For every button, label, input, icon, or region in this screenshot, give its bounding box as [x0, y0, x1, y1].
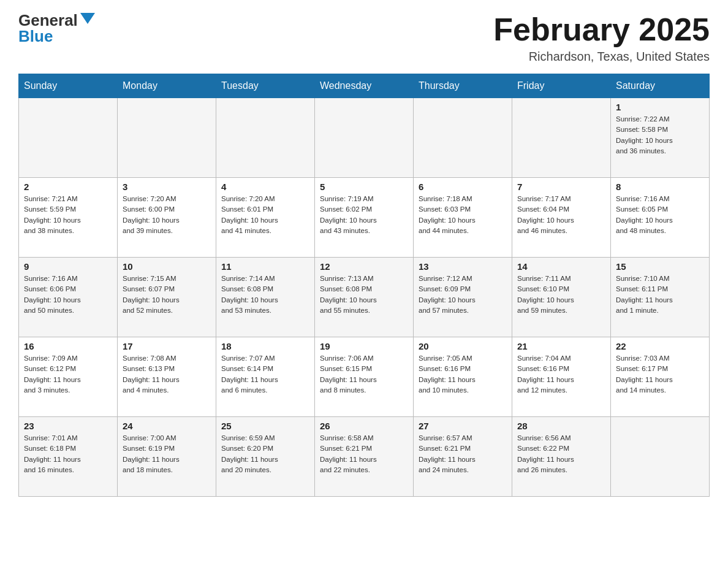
day-info: Sunrise: 7:21 AM Sunset: 5:59 PM Dayligh…	[24, 194, 112, 236]
day-info: Sunrise: 7:13 AM Sunset: 6:08 PM Dayligh…	[320, 274, 408, 316]
day-number: 16	[24, 341, 112, 351]
day-info: Sunrise: 7:03 AM Sunset: 6:17 PM Dayligh…	[616, 353, 704, 396]
day-number: 5	[320, 182, 408, 192]
logo: General Blue	[18, 12, 95, 44]
day-info: Sunrise: 6:58 AM Sunset: 6:21 PM Dayligh…	[320, 433, 408, 475]
calendar-cell: 23Sunrise: 7:01 AM Sunset: 6:18 PM Dayli…	[19, 417, 118, 497]
calendar-cell: 19Sunrise: 7:06 AM Sunset: 6:15 PM Dayli…	[315, 337, 414, 417]
day-number: 24	[123, 421, 211, 431]
calendar-cell: 3Sunrise: 7:20 AM Sunset: 6:00 PM Daylig…	[118, 178, 216, 258]
day-number: 27	[419, 421, 507, 431]
day-number: 4	[221, 182, 309, 192]
calendar-week-row: 9Sunrise: 7:16 AM Sunset: 6:06 PM Daylig…	[19, 258, 710, 337]
day-number: 6	[419, 182, 507, 192]
calendar-week-row: 16Sunrise: 7:09 AM Sunset: 6:12 PM Dayli…	[19, 337, 710, 417]
day-number: 25	[221, 421, 309, 431]
day-info: Sunrise: 7:06 AM Sunset: 6:15 PM Dayligh…	[320, 353, 408, 396]
logo-triangle-icon	[80, 13, 95, 24]
calendar-cell: 8Sunrise: 7:16 AM Sunset: 6:05 PM Daylig…	[611, 178, 710, 258]
calendar-cell	[414, 98, 512, 178]
day-number: 23	[24, 421, 112, 431]
calendar-week-row: 2Sunrise: 7:21 AM Sunset: 5:59 PM Daylig…	[19, 178, 710, 258]
day-number: 26	[320, 421, 408, 431]
day-info: Sunrise: 7:20 AM Sunset: 6:00 PM Dayligh…	[123, 194, 211, 236]
calendar-cell: 6Sunrise: 7:18 AM Sunset: 6:03 PM Daylig…	[414, 178, 512, 258]
calendar-cell: 2Sunrise: 7:21 AM Sunset: 5:59 PM Daylig…	[19, 178, 118, 258]
calendar-cell	[611, 417, 710, 497]
calendar-day-header: Wednesday	[315, 74, 414, 98]
day-number: 20	[419, 341, 507, 351]
calendar-cell: 14Sunrise: 7:11 AM Sunset: 6:10 PM Dayli…	[512, 258, 611, 337]
day-info: Sunrise: 7:15 AM Sunset: 6:07 PM Dayligh…	[123, 274, 211, 316]
day-info: Sunrise: 7:17 AM Sunset: 6:04 PM Dayligh…	[517, 194, 605, 236]
day-info: Sunrise: 7:12 AM Sunset: 6:09 PM Dayligh…	[419, 274, 507, 316]
calendar-day-header: Friday	[512, 74, 611, 98]
day-info: Sunrise: 7:16 AM Sunset: 6:06 PM Dayligh…	[24, 274, 112, 316]
calendar-cell: 5Sunrise: 7:19 AM Sunset: 6:02 PM Daylig…	[315, 178, 414, 258]
day-info: Sunrise: 7:00 AM Sunset: 6:19 PM Dayligh…	[123, 433, 211, 475]
day-info: Sunrise: 7:07 AM Sunset: 6:14 PM Dayligh…	[221, 353, 309, 396]
day-number: 1	[616, 102, 704, 112]
calendar-cell: 25Sunrise: 6:59 AM Sunset: 6:20 PM Dayli…	[216, 417, 315, 497]
day-number: 2	[24, 182, 112, 192]
day-number: 15	[616, 261, 704, 272]
calendar-cell: 1Sunrise: 7:22 AM Sunset: 5:58 PM Daylig…	[611, 98, 710, 178]
calendar-week-row: 23Sunrise: 7:01 AM Sunset: 6:18 PM Dayli…	[19, 417, 710, 497]
calendar-cell: 28Sunrise: 6:56 AM Sunset: 6:22 PM Dayli…	[512, 417, 611, 497]
day-info: Sunrise: 7:20 AM Sunset: 6:01 PM Dayligh…	[221, 194, 309, 236]
day-number: 28	[517, 421, 605, 431]
calendar-cell: 17Sunrise: 7:08 AM Sunset: 6:13 PM Dayli…	[118, 337, 216, 417]
calendar-day-header: Sunday	[19, 74, 118, 98]
location-text: Richardson, Texas, United States	[493, 50, 710, 64]
calendar-cell	[19, 98, 118, 178]
page-header: General Blue February 2025 Richardson, T…	[18, 12, 710, 64]
day-number: 7	[517, 182, 605, 192]
calendar-cell: 18Sunrise: 7:07 AM Sunset: 6:14 PM Dayli…	[216, 337, 315, 417]
calendar-day-header: Saturday	[611, 74, 710, 98]
calendar-day-header: Thursday	[414, 74, 512, 98]
day-info: Sunrise: 6:56 AM Sunset: 6:22 PM Dayligh…	[517, 433, 605, 475]
calendar-cell: 9Sunrise: 7:16 AM Sunset: 6:06 PM Daylig…	[19, 258, 118, 337]
calendar-cell: 24Sunrise: 7:00 AM Sunset: 6:19 PM Dayli…	[118, 417, 216, 497]
day-info: Sunrise: 7:14 AM Sunset: 6:08 PM Dayligh…	[221, 274, 309, 316]
day-info: Sunrise: 7:22 AM Sunset: 5:58 PM Dayligh…	[616, 114, 704, 156]
day-number: 19	[320, 341, 408, 351]
day-info: Sunrise: 7:04 AM Sunset: 6:16 PM Dayligh…	[517, 353, 605, 396]
calendar-cell: 15Sunrise: 7:10 AM Sunset: 6:11 PM Dayli…	[611, 258, 710, 337]
calendar-cell	[315, 98, 414, 178]
calendar-cell: 21Sunrise: 7:04 AM Sunset: 6:16 PM Dayli…	[512, 337, 611, 417]
day-info: Sunrise: 7:05 AM Sunset: 6:16 PM Dayligh…	[419, 353, 507, 396]
day-number: 9	[24, 261, 112, 272]
calendar-cell: 22Sunrise: 7:03 AM Sunset: 6:17 PM Dayli…	[611, 337, 710, 417]
day-info: Sunrise: 7:19 AM Sunset: 6:02 PM Dayligh…	[320, 194, 408, 236]
day-number: 21	[517, 341, 605, 351]
day-info: Sunrise: 7:08 AM Sunset: 6:13 PM Dayligh…	[123, 353, 211, 396]
day-number: 13	[419, 261, 507, 272]
calendar-table: SundayMondayTuesdayWednesdayThursdayFrid…	[18, 74, 710, 497]
day-number: 14	[517, 261, 605, 272]
calendar-cell: 12Sunrise: 7:13 AM Sunset: 6:08 PM Dayli…	[315, 258, 414, 337]
calendar-cell: 10Sunrise: 7:15 AM Sunset: 6:07 PM Dayli…	[118, 258, 216, 337]
calendar-day-header: Tuesday	[216, 74, 315, 98]
calendar-cell: 4Sunrise: 7:20 AM Sunset: 6:01 PM Daylig…	[216, 178, 315, 258]
logo-blue-text: Blue	[18, 28, 53, 44]
day-info: Sunrise: 7:01 AM Sunset: 6:18 PM Dayligh…	[24, 433, 112, 475]
calendar-cell: 20Sunrise: 7:05 AM Sunset: 6:16 PM Dayli…	[414, 337, 512, 417]
calendar-cell	[216, 98, 315, 178]
day-number: 3	[123, 182, 211, 192]
day-number: 10	[123, 261, 211, 272]
day-info: Sunrise: 7:16 AM Sunset: 6:05 PM Dayligh…	[616, 194, 704, 236]
calendar-header-row: SundayMondayTuesdayWednesdayThursdayFrid…	[19, 74, 710, 98]
calendar-cell: 16Sunrise: 7:09 AM Sunset: 6:12 PM Dayli…	[19, 337, 118, 417]
day-info: Sunrise: 7:10 AM Sunset: 6:11 PM Dayligh…	[616, 274, 704, 316]
calendar-cell	[118, 98, 216, 178]
title-block: February 2025 Richardson, Texas, United …	[493, 12, 710, 64]
calendar-cell	[512, 98, 611, 178]
day-info: Sunrise: 7:09 AM Sunset: 6:12 PM Dayligh…	[24, 353, 112, 396]
day-info: Sunrise: 7:11 AM Sunset: 6:10 PM Dayligh…	[517, 274, 605, 316]
day-number: 22	[616, 341, 704, 351]
day-info: Sunrise: 6:59 AM Sunset: 6:20 PM Dayligh…	[221, 433, 309, 475]
calendar-cell: 26Sunrise: 6:58 AM Sunset: 6:21 PM Dayli…	[315, 417, 414, 497]
day-info: Sunrise: 6:57 AM Sunset: 6:21 PM Dayligh…	[419, 433, 507, 475]
calendar-day-header: Monday	[118, 74, 216, 98]
